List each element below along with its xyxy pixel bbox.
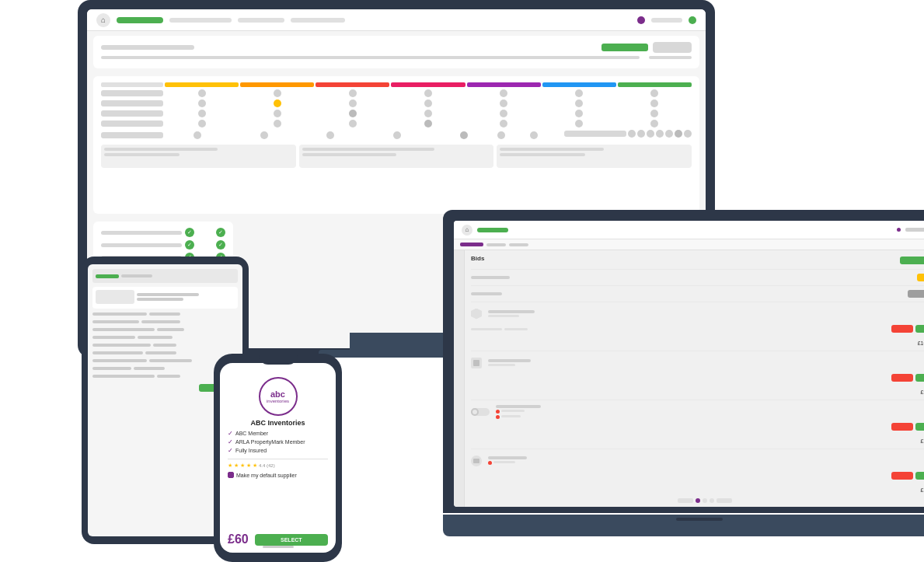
sub-nav-item[interactable] [509, 243, 528, 246]
laptop-frame: ⌂ Bids [443, 210, 924, 513]
star-icon: ★ [253, 463, 257, 469]
table-row[interactable] [101, 120, 692, 127]
rating-text: 4.4 (42) [259, 463, 275, 468]
check-icon-2: ✓ [228, 438, 233, 445]
row-cell [424, 110, 432, 117]
secondary-btn[interactable] [653, 42, 692, 53]
reject-btn[interactable] [891, 472, 913, 480]
bid-row[interactable] [471, 288, 924, 299]
row-cell [424, 89, 432, 97]
feature-text-3: Fully Insured [235, 448, 267, 453]
home-bar [263, 546, 294, 548]
bid-actions-row [471, 472, 924, 480]
bid-actions-row [471, 423, 924, 431]
supplier-sub [493, 461, 515, 463]
price-display: £91.64 [471, 383, 924, 397]
primary-btn[interactable] [601, 44, 648, 51]
table-row[interactable] [101, 130, 692, 140]
list-item[interactable] [92, 334, 238, 340]
t-pill [96, 274, 119, 278]
supplier-sub [488, 315, 519, 317]
logo-subtext: inventories [267, 399, 289, 403]
col-pink [391, 82, 465, 87]
check-label [101, 243, 182, 247]
table-row[interactable] [564, 130, 692, 138]
card-line [104, 148, 218, 151]
row-cell [194, 131, 201, 139]
table-row[interactable] [101, 99, 692, 107]
star-icon: ★ [234, 463, 239, 469]
feature-row-1: ✓ ABC Member [228, 430, 328, 437]
accept-btn[interactable] [915, 423, 924, 431]
accept-btn[interactable] [915, 325, 924, 333]
feature-row-3: ✓ Fully Insured [228, 447, 328, 454]
default-supplier-row[interactable]: Make my default supplier [228, 472, 328, 478]
page-dot-active [696, 498, 700, 503]
page-btn[interactable] [717, 498, 732, 503]
checklist-row [101, 228, 225, 237]
list-item[interactable] [92, 311, 238, 317]
star-icon: ★ [246, 463, 251, 469]
t-bar [121, 274, 152, 278]
t-label [137, 293, 199, 296]
page-btn[interactable] [678, 498, 693, 503]
row-cell [675, 130, 682, 138]
pagination [471, 498, 924, 503]
search-bar[interactable] [101, 56, 640, 59]
reject-btn[interactable] [891, 325, 913, 333]
row-cell [575, 99, 583, 107]
item-value [141, 320, 180, 323]
row-cell [198, 120, 206, 127]
row-cell [349, 120, 357, 127]
home-icon[interactable]: ⌂ [462, 225, 472, 236]
col-label [101, 82, 163, 87]
item-value [149, 359, 192, 362]
row-label [471, 292, 502, 295]
check-icon [216, 228, 225, 237]
accept-btn[interactable] [915, 472, 924, 480]
reject-btn[interactable] [891, 374, 913, 382]
table-row[interactable] [101, 110, 692, 117]
feature-text-2: ARLA PropertyMark Member [235, 439, 305, 445]
supplier-sub [501, 410, 525, 412]
col-green [618, 82, 692, 87]
supplier-section: £77.14 [471, 403, 924, 446]
item-value [157, 375, 180, 378]
checklist-row [101, 240, 225, 250]
supplier-icon [471, 358, 482, 368]
home-icon[interactable] [96, 13, 110, 27]
row-cell [260, 131, 268, 139]
divider [471, 285, 924, 286]
status-dot [488, 461, 492, 465]
row-cell [656, 130, 664, 138]
accept-btn[interactable] [915, 374, 924, 382]
item-label [92, 359, 147, 362]
list-item[interactable] [92, 326, 238, 333]
bid-detail [471, 328, 502, 330]
row-cell-active [274, 99, 281, 107]
sub-nav-item[interactable] [486, 243, 506, 246]
list-item[interactable] [92, 342, 238, 348]
logo-text: abc [267, 390, 289, 399]
rating-row: ★ ★ ★ ★ ★ 4.4 (42) [228, 463, 328, 469]
user-line [651, 18, 682, 23]
row-cell [684, 130, 692, 138]
row-cell [575, 89, 583, 97]
list-item[interactable] [92, 319, 238, 325]
price-display: £60 [228, 532, 249, 546]
table-row[interactable] [101, 89, 692, 97]
bid-actions-row [471, 325, 924, 333]
row-cell [326, 131, 334, 139]
status-btn [908, 290, 924, 298]
laptop-base [443, 515, 924, 536]
bid-row[interactable] [471, 272, 924, 283]
reject-btn[interactable] [891, 423, 913, 431]
supplier-name [496, 405, 541, 408]
default-checkbox[interactable] [228, 472, 234, 478]
default-label: Make my default supplier [236, 473, 297, 478]
action-btn[interactable] [900, 257, 924, 264]
row-cell [274, 120, 281, 127]
select-button[interactable]: SELECT [255, 534, 328, 546]
col-blue [542, 82, 616, 87]
price-display: £105.24 [471, 334, 924, 348]
